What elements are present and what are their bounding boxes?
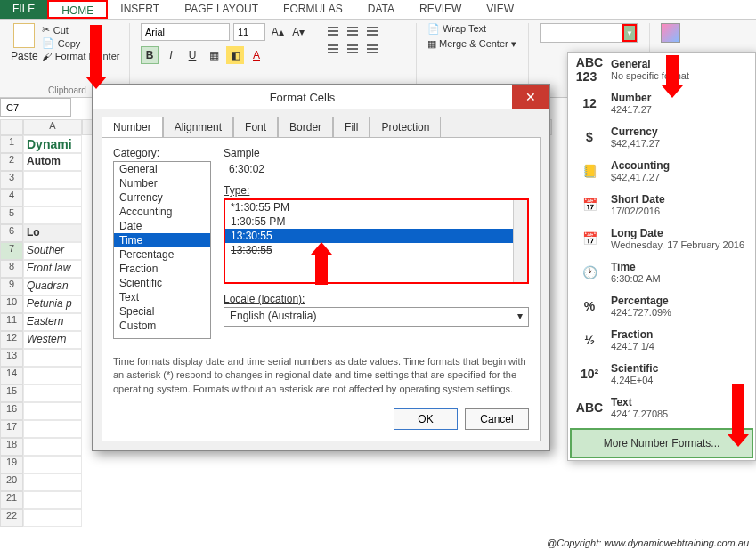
category-item[interactable]: Accounting [114, 205, 210, 219]
cell[interactable] [23, 171, 82, 189]
type-item[interactable]: *1:30:55 PM [225, 200, 527, 214]
row-header[interactable]: 12 [0, 331, 23, 349]
tab-page-layout[interactable]: PAGE LAYOUT [172, 0, 271, 19]
increase-font-button[interactable]: A▴ [269, 23, 287, 41]
dialog-tab[interactable]: Font [233, 117, 278, 137]
cell[interactable]: Front law [23, 260, 82, 278]
category-item[interactable]: Number [114, 176, 210, 190]
row-header[interactable]: 4 [0, 189, 23, 206]
number-format-option[interactable]: 10²Scientific4.24E+04 [568, 357, 755, 391]
row-header[interactable]: 20 [0, 473, 23, 491]
cancel-button[interactable]: Cancel [465, 408, 529, 430]
cell[interactable]: Autom [23, 153, 82, 171]
cell[interactable] [23, 349, 82, 367]
number-format-option[interactable]: 🕐Time6:30:02 AM [568, 255, 755, 289]
category-item[interactable]: Scientific [114, 276, 210, 290]
category-list[interactable]: GeneralNumberCurrencyAccountingDateTimeP… [113, 161, 211, 339]
cell[interactable] [23, 367, 82, 384]
category-item[interactable]: Fraction [114, 262, 210, 276]
decrease-font-button[interactable]: A▾ [290, 23, 308, 41]
column-header[interactable]: A [23, 119, 82, 135]
row-header[interactable]: 14 [0, 367, 23, 384]
dialog-close-button[interactable]: ✕ [512, 85, 549, 109]
font-size-select[interactable] [233, 23, 265, 41]
align-right[interactable] [363, 41, 381, 57]
fill-color-button[interactable]: ◧ [226, 46, 244, 64]
row-header[interactable]: 16 [0, 402, 23, 420]
underline-button[interactable]: U [183, 46, 201, 64]
row-header[interactable]: 13 [0, 349, 23, 367]
number-format-option[interactable]: %Percentage4241727.09% [568, 289, 755, 323]
bold-button[interactable]: B [141, 46, 159, 64]
align-left[interactable] [324, 41, 342, 57]
cell[interactable] [23, 384, 82, 402]
border-button[interactable]: ▦ [205, 46, 223, 64]
row-header[interactable]: 22 [0, 509, 23, 527]
type-list-scrollbar[interactable] [513, 200, 527, 282]
cut-button[interactable]: Cut [42, 23, 120, 36]
tab-home[interactable]: HOME [47, 0, 108, 19]
row-header[interactable]: 1 [0, 135, 23, 153]
row-header[interactable]: 7 [0, 242, 23, 260]
row-header[interactable]: 10 [0, 295, 23, 313]
row-header[interactable]: 3 [0, 171, 23, 189]
category-item[interactable]: Currency [114, 190, 210, 205]
cell[interactable] [23, 456, 82, 473]
cell[interactable]: Petunia p [23, 295, 82, 313]
category-item[interactable]: Percentage [114, 247, 210, 262]
cell[interactable]: Eastern [23, 313, 82, 331]
column-header[interactable] [0, 119, 23, 135]
tab-formulas[interactable]: FORMULAS [271, 0, 355, 19]
tab-review[interactable]: REVIEW [407, 0, 474, 19]
dialog-tab[interactable]: Number [102, 117, 163, 137]
number-format-select[interactable]: ▼ [540, 23, 638, 43]
align-bottom[interactable] [363, 23, 381, 39]
cell[interactable] [23, 189, 82, 206]
row-header[interactable]: 18 [0, 438, 23, 456]
number-format-dropdown-icon[interactable]: ▼ [622, 24, 637, 42]
ok-button[interactable]: OK [394, 408, 458, 430]
cell[interactable] [23, 491, 82, 509]
number-format-option[interactable]: $Currency$42,417.27 [568, 120, 755, 154]
number-format-option[interactable]: 📅Long DateWednesday, 17 February 2016 [568, 222, 755, 255]
tab-file[interactable]: FILE [0, 0, 47, 19]
tab-view[interactable]: VIEW [474, 0, 526, 19]
type-list[interactable]: *1:30:55 PM1:30:55 PM13:30:5513:30:55 [224, 198, 529, 284]
row-header[interactable]: 11 [0, 313, 23, 331]
dialog-tab[interactable]: Border [278, 117, 333, 137]
number-format-option[interactable]: ½Fraction42417 1/4 [568, 323, 755, 357]
row-header[interactable]: 8 [0, 260, 23, 278]
row-header[interactable]: 21 [0, 491, 23, 509]
merge-center-button[interactable]: ▦ Merge & Center ▾ [427, 38, 523, 50]
cell[interactable] [23, 509, 82, 527]
cell[interactable]: Dynami [23, 135, 82, 153]
cell[interactable] [23, 206, 82, 224]
row-header[interactable]: 2 [0, 153, 23, 171]
cell[interactable]: Quadran [23, 278, 82, 295]
align-middle[interactable] [344, 23, 362, 39]
tab-data[interactable]: DATA [355, 0, 407, 19]
row-header[interactable]: 9 [0, 278, 23, 295]
category-item[interactable]: Text [114, 290, 210, 304]
dialog-tab[interactable]: Fill [333, 117, 370, 137]
cell[interactable]: Western [23, 331, 82, 349]
paste-button[interactable]: Paste [11, 23, 38, 62]
font-color-button[interactable]: A [248, 46, 265, 64]
cell-styles-button[interactable] [661, 23, 680, 43]
type-item[interactable]: 1:30:55 PM [225, 214, 527, 229]
cell[interactable]: Lo [23, 224, 82, 242]
copy-button[interactable]: Copy [42, 36, 120, 50]
category-item[interactable]: Time [114, 233, 210, 247]
row-header[interactable]: 19 [0, 456, 23, 473]
number-format-option[interactable]: 📅Short Date17/02/2016 [568, 188, 755, 222]
row-header[interactable]: 5 [0, 206, 23, 224]
cell[interactable] [23, 473, 82, 491]
row-header[interactable]: 6 [0, 224, 23, 242]
cell[interactable] [23, 438, 82, 456]
tab-insert[interactable]: INSERT [108, 0, 172, 19]
number-format-option[interactable]: 📒Accounting$42,417.27 [568, 154, 755, 188]
cell[interactable] [23, 420, 82, 438]
wrap-text-button[interactable]: 📄 Wrap Text [427, 23, 523, 35]
dialog-tab[interactable]: Protection [370, 117, 441, 137]
align-top[interactable] [324, 23, 342, 39]
